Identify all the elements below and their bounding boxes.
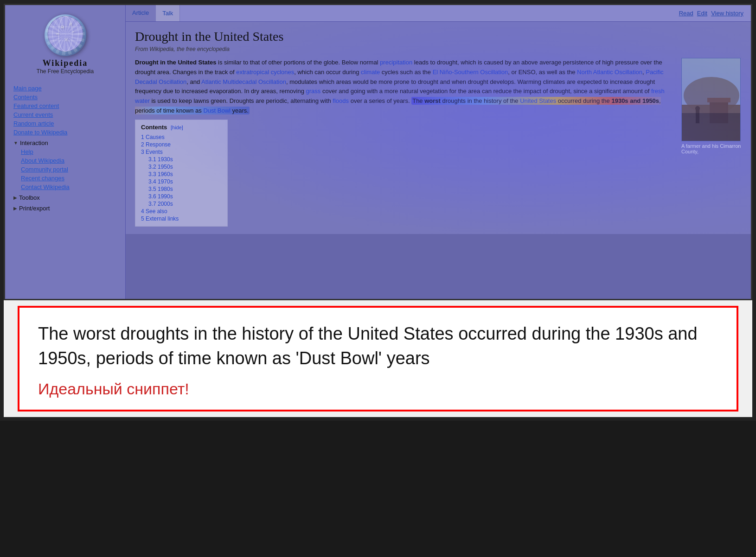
contents-item-1[interactable]: 1 Causes xyxy=(141,133,222,141)
svg-text:7: 7 xyxy=(72,30,74,34)
link-floods[interactable]: floods xyxy=(333,97,349,104)
contents-item-33[interactable]: 3.3 1960s xyxy=(141,171,222,178)
article-thumb: A farmer and his Cimarron County, xyxy=(681,58,742,227)
link-grass[interactable]: grass xyxy=(306,88,321,95)
link-dustbowl[interactable]: Dust Bowl xyxy=(203,107,231,114)
wiki-globe-icon: Ω И Η 7 W xyxy=(45,14,86,56)
contents-item-4[interactable]: 4 See also xyxy=(141,208,222,215)
interaction-header: ▼ Interaction xyxy=(10,137,121,147)
sidebar-item-recent[interactable]: Recent changes xyxy=(17,174,121,183)
toolbox-arrow-icon: ▶ xyxy=(13,195,17,200)
svg-rect-15 xyxy=(696,109,699,123)
contents-item-37[interactable]: 3.7 2000s xyxy=(141,200,222,208)
contents-item-3[interactable]: 3 Events xyxy=(141,148,222,156)
arrow-icon: ▼ xyxy=(13,140,18,146)
svg-text:И: И xyxy=(69,22,72,26)
contents-box: Contents [hide] 1 Causes 2 Response 3 Ev… xyxy=(135,120,228,227)
thumb-caption: A farmer and his Cimarron County, xyxy=(681,143,742,154)
svg-text:W: W xyxy=(64,38,68,42)
contents-item-35[interactable]: 3.5 1980s xyxy=(141,185,222,193)
svg-point-0 xyxy=(48,16,83,51)
sidebar-item-about[interactable]: About Wikipedia xyxy=(17,156,121,165)
contents-item-34[interactable]: 3.4 1970s xyxy=(141,178,222,185)
article-intro: Drought in the United States is similar … xyxy=(135,58,674,116)
sidebar-item-community[interactable]: Community portal xyxy=(17,165,121,174)
link-precipitation[interactable]: precipitation xyxy=(380,59,412,66)
action-view-history[interactable]: View history xyxy=(711,10,743,17)
interaction-items: Help About Wikipedia Community portal Re… xyxy=(10,147,121,191)
snippet-label: Идеальный сниппет! xyxy=(38,380,718,398)
article-text-area: Drought in the United States is similar … xyxy=(135,58,674,227)
tabs-left: Article Talk xyxy=(126,5,180,21)
sidebar-item-main-page[interactable]: Main page xyxy=(10,84,121,93)
svg-point-1 xyxy=(58,16,72,51)
sidebar-item-contents[interactable]: Contents xyxy=(10,93,121,101)
link-nao[interactable]: North Atlantic Oscillation xyxy=(577,69,642,76)
highlighted-sentence: The worst droughts in the history of the… xyxy=(135,97,661,114)
tab-talk[interactable]: Talk xyxy=(156,5,180,21)
snippet-text: The worst droughts in the history of the… xyxy=(38,322,718,371)
contents-title: Contents [hide] xyxy=(141,124,222,131)
link-climate[interactable]: climate xyxy=(361,69,380,76)
sidebar-item-featured[interactable]: Featured content xyxy=(10,101,121,110)
svg-rect-17 xyxy=(710,100,728,123)
article-body: Drought in the United States is similar … xyxy=(135,58,742,227)
contents-item-5[interactable]: 5 External links xyxy=(141,215,222,222)
sidebar: Ω И Η 7 W Wikipedia The Free Encyclopedi… xyxy=(5,5,126,299)
contents-item-32[interactable]: 3.2 1950s xyxy=(141,163,222,171)
tabs-right: Read Edit View history xyxy=(679,10,751,17)
print-header[interactable]: ▶ Print/export xyxy=(10,202,121,213)
sidebar-item-current[interactable]: Current events xyxy=(10,110,121,119)
contents-hide-link[interactable]: [hide] xyxy=(171,125,183,130)
sidebar-item-random[interactable]: Random article xyxy=(10,119,121,128)
contents-item-36[interactable]: 3.6 1990s xyxy=(141,193,222,200)
action-edit[interactable]: Edit xyxy=(697,10,707,17)
wiki-screenshot: Ω И Η 7 W Wikipedia The Free Encyclopedi… xyxy=(4,4,752,300)
link-enso[interactable]: El Niño-Southern Oscillation xyxy=(433,69,508,76)
article-from: From Wikipedia, the free encyclopedia xyxy=(135,46,742,52)
sidebar-item-donate[interactable]: Donate to Wikipedia xyxy=(10,128,121,137)
page-wrapper: Ω И Η 7 W Wikipedia The Free Encyclopedi… xyxy=(0,0,756,421)
contents-item-31[interactable]: 3.1 1930s xyxy=(141,156,222,163)
article-area: Drought in the United States From Wikipe… xyxy=(126,22,751,234)
sidebar-item-contact[interactable]: Contact Wikipedia xyxy=(17,183,121,191)
link-us[interactable]: United States xyxy=(520,97,556,104)
snippet-section: The worst droughts in the history of the… xyxy=(18,306,738,411)
link-amo[interactable]: Atlantic Multidecadal Oscillation xyxy=(201,78,286,85)
sidebar-item-help[interactable]: Help xyxy=(17,147,121,156)
svg-text:Η: Η xyxy=(56,32,58,36)
contents-item-2[interactable]: 2 Response xyxy=(141,141,222,148)
wiki-logo: Ω И Η 7 W Wikipedia The Free Encyclopedi… xyxy=(5,10,125,82)
thumb-image xyxy=(681,58,741,141)
article-title: Drought in the United States xyxy=(135,29,742,44)
wiki-subtitle: The Free Encyclopedia xyxy=(5,68,125,75)
wiki-title: Wikipedia xyxy=(5,58,125,68)
link-extratropical[interactable]: extratropical cyclones xyxy=(236,69,294,76)
tabs-bar: Article Talk Read Edit View history xyxy=(126,5,751,22)
print-arrow-icon: ▶ xyxy=(13,206,17,211)
svg-point-16 xyxy=(695,106,700,111)
svg-text:Ω: Ω xyxy=(61,25,64,29)
main-content: Article Talk Read Edit View history Drou… xyxy=(126,5,751,299)
svg-rect-18 xyxy=(707,98,730,102)
tab-article[interactable]: Article xyxy=(126,5,156,21)
svg-point-2 xyxy=(52,16,78,51)
action-read[interactable]: Read xyxy=(679,10,693,17)
sidebar-nav: Main page Contents Featured content Curr… xyxy=(5,82,125,215)
toolbox-header[interactable]: ▶ Toolbox xyxy=(10,191,121,202)
